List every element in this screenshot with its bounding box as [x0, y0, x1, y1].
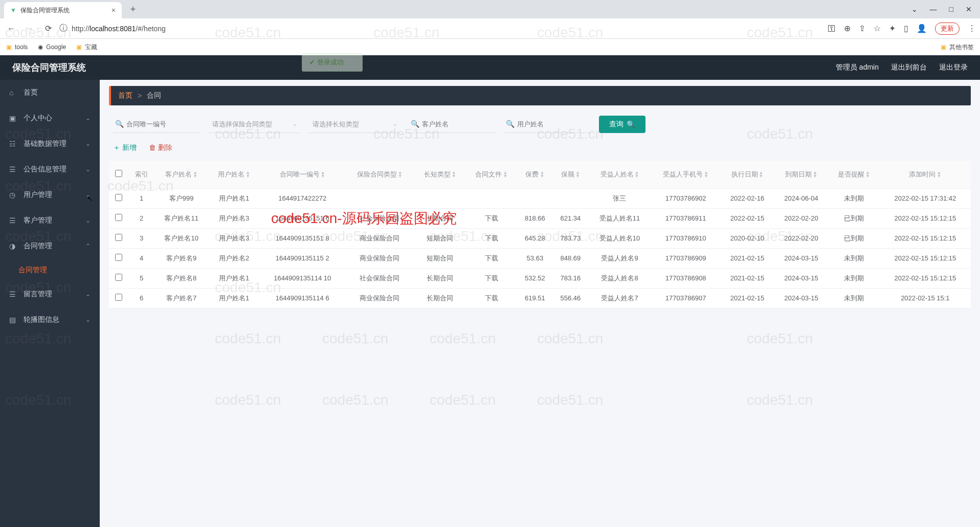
folder-icon: ▣: [941, 43, 946, 51]
bookmark-tools[interactable]: ▣tools: [6, 43, 28, 51]
row-checkbox[interactable]: [115, 214, 122, 221]
cell-bphone: 17703786902: [651, 188, 720, 208]
chevron-icon: ⌄: [85, 166, 91, 173]
download-link[interactable]: 下载: [485, 274, 498, 282]
col-11[interactable]: 受益人手机号▲▼: [651, 161, 720, 188]
col-7[interactable]: 合同文件▲▼: [466, 161, 518, 188]
cell-amt: [553, 188, 588, 208]
sidebar: ⌂首页▣个人中心⌄☷基础数据管理⌄☰公告信息管理⌄◷用户管理⌄☰客户管理⌄◑合同…: [0, 80, 100, 527]
col-9[interactable]: 保额▲▼: [553, 161, 588, 188]
filter-code-input[interactable]: [113, 116, 200, 133]
new-tab-button[interactable]: +: [126, 2, 140, 16]
row-checkbox[interactable]: [115, 194, 122, 201]
col-15[interactable]: 添加时间▲▼: [880, 161, 971, 188]
cell-time: 2022-02-15 15:12:15: [880, 268, 971, 288]
contracts-table: 索引客户姓名▲▼用户姓名▲▼合同唯一编号▲▼保险合同类型▲▼长短类型▲▼合同文件…: [109, 161, 971, 309]
cell-bphone: 17703786911: [651, 208, 720, 228]
col-1[interactable]: 索引: [128, 161, 154, 188]
star-icon[interactable]: ☆: [874, 24, 881, 33]
download-link[interactable]: 下载: [485, 294, 498, 302]
filter-contract-type-select[interactable]: 请选择保险合同类型: [208, 116, 300, 133]
download-link[interactable]: 下载: [485, 234, 498, 242]
col-4[interactable]: 合同唯一编号▲▼: [260, 161, 345, 188]
bookmark-treasure[interactable]: ▣宝藏: [76, 43, 97, 52]
cell-amt: 621.34: [553, 208, 588, 228]
sidebar-item-6[interactable]: ◑合同管理⌃: [0, 233, 100, 259]
sidebar-item-5[interactable]: ☰客户管理⌄: [0, 208, 100, 233]
reload-button[interactable]: ⟳: [41, 21, 55, 36]
cursor-icon: ↖: [87, 194, 93, 203]
avatar-icon[interactable]: 👤: [917, 24, 927, 33]
delete-button[interactable]: 🗑 删除: [149, 143, 172, 152]
browser-tab[interactable]: ▼ 保险合同管理系统 ×: [4, 2, 122, 18]
bookmark-google[interactable]: ◉Google: [38, 43, 66, 51]
reader-icon[interactable]: ▯: [904, 24, 908, 33]
search-icon: 🔍: [627, 120, 635, 128]
sidebar-item-7[interactable]: ☰留言管理⌄: [0, 281, 100, 307]
row-checkbox[interactable]: [115, 274, 122, 281]
forward-button: →: [23, 21, 37, 36]
sidebar-item-8[interactable]: ▤轮播图信息⌄: [0, 307, 100, 333]
filter-customer-input[interactable]: [409, 116, 496, 133]
goto-front-link[interactable]: 退出到前台: [891, 63, 927, 72]
cell-ctype: 商业保险合同: [345, 248, 414, 268]
cell-start: 2021-02-15: [720, 268, 774, 288]
col-5[interactable]: 保险合同类型▲▼: [345, 161, 414, 188]
cell-end: 2022-02-20: [774, 228, 828, 248]
back-button[interactable]: ←: [4, 21, 18, 36]
cell-amt: 783.73: [553, 228, 588, 248]
col-2[interactable]: 客户姓名▲▼: [154, 161, 208, 188]
puzzle-icon[interactable]: ✦: [889, 24, 896, 33]
logout-link[interactable]: 退出登录: [939, 63, 968, 72]
search-icon: 🔍: [115, 120, 124, 128]
cell-bname: 张三: [588, 188, 651, 208]
crumb-current: 合同: [147, 91, 161, 100]
query-button[interactable]: 查询🔍: [599, 116, 645, 133]
col-14[interactable]: 是否提醒▲▼: [828, 161, 880, 188]
filter-user-input[interactable]: [504, 116, 591, 133]
sidebar-item-3[interactable]: ☰公告信息管理⌄: [0, 157, 100, 182]
close-icon[interactable]: ×: [112, 6, 116, 14]
filter-duration-select[interactable]: 请选择长短类型: [308, 116, 400, 133]
sidebar-item-4[interactable]: ◷用户管理⌄: [0, 182, 100, 208]
cell-user: 用户姓名1: [208, 268, 260, 288]
update-button[interactable]: 更新: [935, 23, 960, 35]
col-6[interactable]: 长短类型▲▼: [414, 161, 466, 188]
cell-bname: 受益人姓名8: [588, 268, 651, 288]
close-window-icon[interactable]: ✕: [966, 5, 972, 13]
col-13[interactable]: 到期日期▲▼: [774, 161, 828, 188]
cell-start: 2021-02-15: [720, 288, 774, 308]
admin-label[interactable]: 管理员 admin: [836, 63, 879, 72]
menu-icon[interactable]: ⋮: [968, 24, 976, 33]
col-8[interactable]: 保费▲▼: [517, 161, 552, 188]
menu-icon: ☰: [9, 290, 18, 298]
maximize-icon[interactable]: □: [949, 5, 953, 13]
download-link[interactable]: 下载: [485, 214, 498, 222]
key-icon[interactable]: ⚿: [828, 24, 836, 33]
crumb-home[interactable]: 首页: [118, 91, 132, 100]
add-button[interactable]: ＋ 新增: [113, 143, 137, 152]
row-checkbox[interactable]: [115, 254, 122, 261]
checkbox-all[interactable]: [115, 170, 122, 177]
address-bar[interactable]: ⓘ http://localhost:8081/#/hetong: [59, 21, 823, 36]
chevron-down-icon[interactable]: ⌄: [911, 5, 918, 13]
crumb-sep: >: [138, 92, 142, 100]
cell-warn: 未到期: [828, 288, 880, 308]
sidebar-item-2[interactable]: ☷基础数据管理⌄: [0, 131, 100, 157]
row-checkbox[interactable]: [115, 294, 122, 301]
col-12[interactable]: 执行日期▲▼: [720, 161, 774, 188]
bookmark-other[interactable]: ▣其他书签: [941, 43, 974, 52]
info-icon: ⓘ: [59, 23, 68, 34]
share-icon[interactable]: ⇪: [859, 24, 865, 33]
sidebar-item-0[interactable]: ⌂首页: [0, 80, 100, 105]
sidebar-subitem-contract[interactable]: 合同管理: [0, 259, 100, 281]
col-3[interactable]: 用户姓名▲▼: [208, 161, 260, 188]
zoom-icon[interactable]: ⊕: [844, 24, 851, 33]
minimize-icon[interactable]: —: [930, 5, 937, 13]
sidebar-item-label: 基础数据管理: [24, 139, 66, 148]
row-checkbox[interactable]: [115, 234, 122, 241]
download-link[interactable]: 下载: [485, 254, 498, 262]
sidebar-item-1[interactable]: ▣个人中心⌄: [0, 105, 100, 131]
app-title: 保险合同管理系统: [12, 61, 86, 74]
col-10[interactable]: 受益人姓名▲▼: [588, 161, 651, 188]
